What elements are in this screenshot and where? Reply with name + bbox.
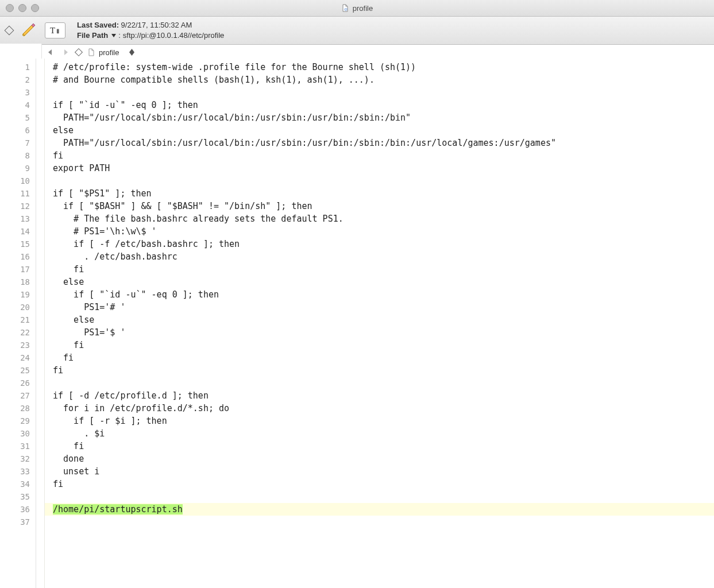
code-line[interactable]: unset i — [53, 465, 714, 478]
code-line[interactable]: fi — [53, 440, 714, 452]
file-path-dropdown[interactable] — [110, 34, 116, 37]
code-line[interactable]: # The file bash.bashrc already sets the … — [53, 212, 714, 225]
file-path-value: sftp://pi:@10.0.1.48//etc/profile — [123, 30, 225, 41]
code-line[interactable]: if [ "$PS1" ]; then — [53, 187, 714, 200]
line-number: 20 — [0, 301, 36, 314]
code-area[interactable]: # /etc/profile: system-wide .profile fil… — [45, 59, 714, 588]
line-number: 26 — [0, 377, 36, 389]
edit-pencil-button[interactable] — [21, 22, 37, 40]
svg-marker-8 — [129, 52, 134, 56]
line-number: 2 — [0, 74, 36, 86]
code-line[interactable] — [53, 175, 714, 187]
text-insert-button[interactable]: T▮ — [45, 22, 65, 38]
line-number: 33 — [0, 465, 36, 478]
code-line[interactable]: else — [53, 314, 714, 326]
line-number: 18 — [0, 276, 36, 288]
window-title-text: profile — [353, 4, 373, 13]
code-line[interactable]: . /etc/bash.bashrc — [53, 250, 714, 263]
breadcrumb-filename: profile — [99, 48, 119, 57]
navigate-diamond-icon[interactable] — [5, 26, 14, 36]
line-number: 5 — [0, 111, 36, 124]
line-number: 6 — [0, 124, 36, 137]
nav-diamond-icon[interactable] — [75, 48, 83, 56]
code-line[interactable]: fi — [53, 339, 714, 351]
line-number: 19 — [0, 288, 36, 301]
svg-text:@: @ — [344, 7, 348, 11]
line-number: 16 — [0, 250, 36, 263]
code-line[interactable]: fi — [53, 364, 714, 377]
nav-back-button[interactable] — [46, 48, 55, 57]
file-metadata: Last Saved: 9/22/17, 11:50:32 AM File Pa… — [77, 20, 224, 41]
code-line[interactable]: # /etc/profile: system-wide .profile fil… — [53, 61, 714, 74]
code-line[interactable]: PS1='# ' — [53, 301, 714, 314]
nav-forward-button[interactable] — [61, 48, 70, 57]
code-line[interactable]: /home/pi/startupscript.sh — [45, 503, 714, 516]
code-line[interactable]: PATH="/usr/local/sbin:/usr/local/bin:/us… — [53, 111, 714, 124]
code-line[interactable]: else — [53, 276, 714, 288]
line-number: 24 — [0, 351, 36, 364]
file-path-colon: : — [118, 30, 121, 41]
nav-stepper[interactable] — [129, 49, 134, 56]
line-number: 27 — [0, 389, 36, 402]
cursor-bar-icon: ▮ — [56, 28, 60, 34]
line-number-gutter: 1234567891011121314151617181920212223242… — [0, 59, 36, 588]
line-number: 17 — [0, 263, 36, 276]
code-line[interactable]: PS1='$ ' — [53, 326, 714, 339]
svg-marker-6 — [64, 49, 68, 55]
line-number: 13 — [0, 212, 36, 225]
line-number: 31 — [0, 440, 36, 452]
minimize-window-button[interactable] — [18, 4, 26, 12]
line-number: 11 — [0, 187, 36, 200]
line-number: 8 — [0, 149, 36, 162]
line-number: 30 — [0, 427, 36, 440]
nav-row: profile — [0, 45, 714, 60]
line-number: 25 — [0, 364, 36, 377]
code-line[interactable] — [53, 516, 714, 528]
line-number: 12 — [0, 200, 36, 212]
code-line[interactable]: . $i — [53, 427, 714, 440]
window-titlebar: @ profile — [0, 0, 714, 17]
code-line[interactable]: if [ "`id -u`" -eq 0 ]; then — [53, 288, 714, 301]
code-line[interactable]: if [ "$BASH" ] && [ "$BASH" != "/bin/sh"… — [53, 200, 714, 212]
window-title: @ profile — [0, 4, 714, 13]
code-line[interactable]: else — [53, 124, 714, 137]
code-line[interactable] — [53, 377, 714, 389]
code-line[interactable]: done — [53, 452, 714, 465]
code-line[interactable]: fi — [53, 478, 714, 490]
code-line[interactable]: PATH="/usr/local/sbin:/usr/local/bin:/us… — [53, 137, 714, 149]
line-number: 23 — [0, 339, 36, 351]
file-icon — [87, 48, 95, 56]
line-number: 1 — [0, 61, 36, 74]
code-line[interactable]: export PATH — [53, 162, 714, 175]
code-line[interactable]: fi — [53, 263, 714, 276]
line-number: 32 — [0, 452, 36, 465]
zoom-window-button[interactable] — [31, 4, 39, 12]
editor: 1234567891011121314151617181920212223242… — [0, 59, 714, 588]
line-number: 7 — [0, 137, 36, 149]
line-number: 10 — [0, 175, 36, 187]
code-line[interactable] — [53, 490, 714, 503]
code-line[interactable]: if [ -d /etc/profile.d ]; then — [53, 389, 714, 402]
line-number: 3 — [0, 86, 36, 99]
code-line[interactable]: # PS1='\h:\w\$ ' — [53, 225, 714, 238]
code-line[interactable] — [53, 86, 714, 99]
code-line[interactable]: if [ "`id -u`" -eq 0 ]; then — [53, 99, 714, 111]
code-line[interactable]: for i in /etc/profile.d/*.sh; do — [53, 402, 714, 415]
line-number: 9 — [0, 162, 36, 175]
code-line[interactable]: if [ -f /etc/bash.bashrc ]; then — [53, 238, 714, 250]
svg-marker-1 — [23, 25, 33, 36]
close-window-button[interactable] — [6, 4, 14, 12]
line-number: 22 — [0, 326, 36, 339]
last-saved-label: Last Saved: — [77, 21, 119, 29]
line-number: 35 — [0, 490, 36, 503]
line-number: 4 — [0, 99, 36, 111]
code-line[interactable]: # and Bourne compatible shells (bash(1),… — [53, 74, 714, 86]
line-number: 15 — [0, 238, 36, 250]
breadcrumb[interactable]: profile — [87, 48, 119, 57]
fold-bar — [36, 59, 45, 588]
toolbar: T▮ Last Saved: 9/22/17, 11:50:32 AM File… — [0, 17, 714, 45]
code-line[interactable]: fi — [53, 351, 714, 364]
code-line[interactable]: if [ -r $i ]; then — [53, 415, 714, 427]
code-line[interactable]: fi — [53, 149, 714, 162]
highlighted-text[interactable]: /home/pi/startupscript.sh — [53, 504, 183, 514]
